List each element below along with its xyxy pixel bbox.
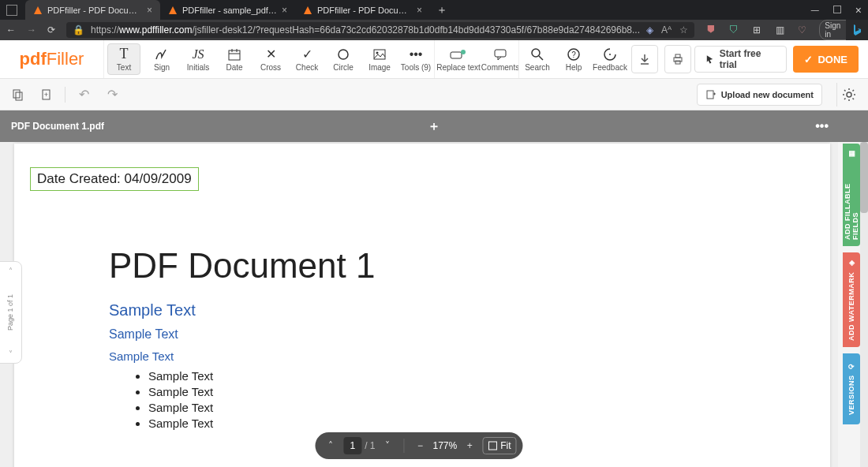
add-document-tab-icon[interactable]: ＋: [428, 118, 440, 135]
page-total: / 1: [365, 440, 375, 451]
tool-sign[interactable]: Sign: [144, 40, 180, 78]
url-field[interactable]: 🔒 https://www.pdffiller.com/jsfiller-des…: [66, 22, 694, 38]
lock-icon: 🔒: [73, 24, 84, 35]
doc-link-2: Sample Text: [109, 327, 783, 342]
annotate-tool-group: T Text Sign JS Initials Date ✕ Cross ✓ C: [103, 40, 434, 78]
done-button[interactable]: ✓ DONE: [793, 46, 859, 73]
new-tab-button[interactable]: ＋: [436, 3, 447, 17]
document-tab-more-icon[interactable]: •••: [815, 119, 829, 133]
svg-rect-18: [13, 90, 20, 98]
window-controls: — ×: [811, 0, 868, 20]
tab-actions-icon[interactable]: [6, 5, 17, 16]
close-icon[interactable]: ×: [282, 5, 287, 16]
heart-ext-icon[interactable]: ♡: [796, 24, 808, 36]
cross-tool-icon: ✕: [266, 47, 276, 62]
browser-titlebar: PDFfiller - PDF Document 1.pdf × PDFfill…: [0, 0, 868, 20]
close-icon[interactable]: ×: [147, 5, 152, 16]
bing-sidebar-icon[interactable]: [846, 20, 868, 40]
collections-icon[interactable]: ▥: [774, 24, 786, 36]
forward-icon[interactable]: →: [27, 24, 36, 36]
right-rail: ADD FILLABLE FIELDS ▦ ADD WATERMARK ◈ VE…: [846, 142, 868, 467]
green-shield-ext-icon[interactable]: ⛉: [728, 24, 740, 36]
svg-point-14: [609, 54, 611, 55]
list-item: Sample Text: [148, 401, 783, 414]
next-page-icon[interactable]: ˅: [9, 349, 13, 358]
page-down-icon[interactable]: ˅: [378, 436, 397, 455]
add-watermark-tab[interactable]: ADD WATERMARK ◈: [843, 252, 860, 347]
tool-search[interactable]: Search: [519, 40, 556, 78]
shield-ext-icon[interactable]: ⛊: [705, 24, 717, 36]
vertical-scrollbar[interactable]: [860, 142, 868, 467]
date-created-field[interactable]: Date Created: 04/09/2009: [30, 167, 199, 191]
document-page[interactable]: Date Created: 04/09/2009 PDF Document 1 …: [14, 144, 830, 467]
favorite-icon[interactable]: ☆: [679, 24, 688, 35]
versions-tab[interactable]: VERSIONS ⟳: [843, 353, 860, 424]
comments-icon: [493, 47, 507, 62]
prev-page-icon[interactable]: ˄: [9, 267, 13, 275]
extensions-icon[interactable]: ⊞: [751, 24, 763, 36]
pdffiller-favicon: [33, 6, 43, 15]
browser-tab-0[interactable]: PDFfiller - PDF Document 1.pdf ×: [25, 0, 160, 20]
replace-text-icon: [450, 47, 467, 62]
tool-text[interactable]: T Text: [107, 43, 140, 75]
close-icon[interactable]: ×: [417, 5, 422, 16]
fit-icon: [488, 441, 497, 450]
tool-circle[interactable]: Circle: [325, 40, 361, 78]
maximize-icon[interactable]: [833, 6, 841, 15]
tool-cross[interactable]: ✕ Cross: [253, 40, 289, 78]
zoom-out-icon[interactable]: −: [410, 436, 429, 455]
svg-line-11: [539, 56, 543, 60]
scrollbar-thumb[interactable]: [860, 142, 868, 213]
doc-text-1: Sample Text: [109, 349, 783, 363]
read-aloud-icon[interactable]: Aᴬ: [661, 24, 672, 35]
tab-well: PDFfiller - PDF Document 1.pdf × PDFfill…: [0, 0, 447, 20]
upload-new-document-button[interactable]: Upload new document: [697, 84, 822, 106]
undo-icon[interactable]: ↶: [73, 84, 94, 105]
tool-feedback[interactable]: Feedback: [592, 40, 628, 78]
pdffiller-favicon: [168, 6, 178, 15]
settings-gear-icon[interactable]: [836, 83, 860, 106]
add-page-icon[interactable]: +: [36, 84, 57, 105]
back-icon[interactable]: ←: [6, 24, 16, 36]
document-title: PDF Document 1: [109, 246, 783, 286]
pdffiller-logo[interactable]: pdfFiller: [0, 49, 103, 69]
add-fillable-fields-tab[interactable]: ADD FILLABLE FIELDS ▦: [843, 144, 860, 246]
feedback-icon: [603, 47, 617, 62]
svg-point-4: [339, 50, 348, 59]
image-tool-icon: [372, 47, 387, 62]
tool-replace-text[interactable]: Replace text: [435, 40, 482, 78]
tag-icon[interactable]: ◈: [646, 24, 653, 35]
tool-more-tools[interactable]: ••• Tools (9): [398, 40, 434, 78]
sign-tool-icon: [155, 47, 169, 62]
svg-rect-0: [229, 50, 240, 60]
page-number-input[interactable]: 1: [343, 437, 361, 454]
svg-rect-24: [488, 442, 496, 450]
svg-text:+: +: [44, 91, 48, 99]
download-button[interactable]: [631, 45, 658, 73]
tool-check[interactable]: ✓ Check: [289, 40, 325, 78]
minimize-icon[interactable]: —: [811, 6, 819, 14]
initials-tool-icon: JS: [192, 47, 204, 62]
refresh-icon[interactable]: ⟳: [47, 24, 55, 36]
browser-tab-1[interactable]: PDFfiller - sample_pdf(2).pdf ×: [160, 0, 295, 20]
redo-icon[interactable]: ↷: [102, 84, 122, 105]
more-tools-icon: •••: [410, 47, 423, 62]
zoom-in-icon[interactable]: +: [460, 436, 479, 455]
start-free-trial-button[interactable]: Start free trial: [694, 46, 788, 73]
tool-comments[interactable]: Comments: [482, 40, 518, 78]
browser-tab-label: PDFfiller - PDF Document 1(1).p: [317, 6, 412, 15]
canvas-area: Date Created: 04/09/2009 PDF Document 1 …: [0, 142, 838, 467]
tool-date[interactable]: Date: [216, 40, 253, 78]
fit-button[interactable]: Fit: [482, 437, 516, 454]
list-item: Sample Text: [148, 385, 783, 398]
browser-tab-2[interactable]: PDFfiller - PDF Document 1(1).p ×: [295, 0, 430, 20]
tool-initials[interactable]: JS Initials: [180, 40, 216, 78]
tool-help[interactable]: ? Help: [556, 40, 592, 78]
svg-rect-16: [675, 54, 680, 58]
close-window-icon[interactable]: ×: [855, 4, 862, 17]
copy-page-icon[interactable]: [8, 84, 28, 105]
page-up-icon[interactable]: ˄: [321, 436, 340, 455]
page-navigator: ˄ Page 1 of 1 ˅: [0, 261, 22, 364]
print-button[interactable]: [664, 45, 691, 73]
tool-image[interactable]: Image: [361, 40, 398, 78]
